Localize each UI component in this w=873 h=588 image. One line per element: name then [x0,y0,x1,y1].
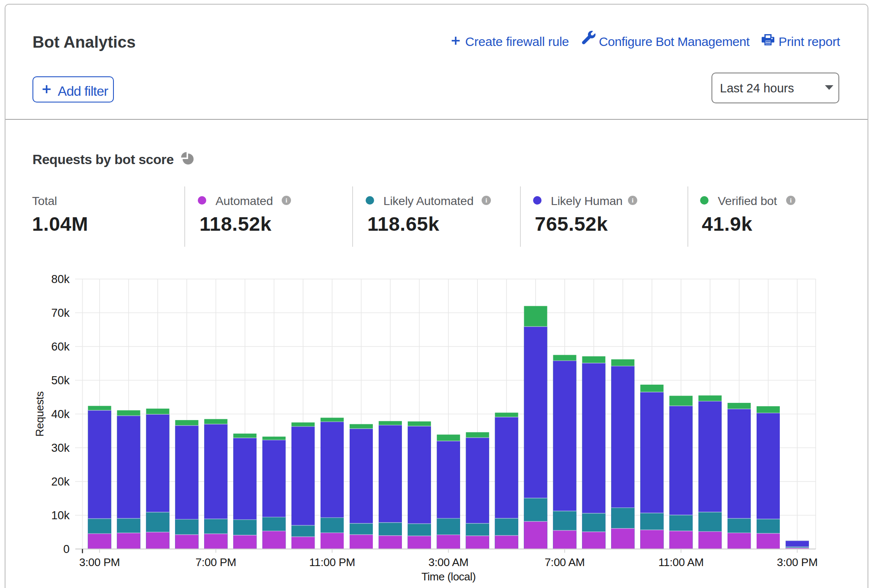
svg-text:50k: 50k [51,374,70,387]
svg-text:10k: 10k [51,509,70,522]
svg-text:3:00 PM: 3:00 PM [79,556,120,569]
svg-text:7:00 PM: 7:00 PM [196,556,237,569]
svg-text:20k: 20k [51,475,70,488]
svg-text:60k: 60k [51,340,70,353]
svg-text:Time (local): Time (local) [421,570,476,583]
svg-text:11:00 AM: 11:00 AM [658,556,704,569]
svg-text:7:00 AM: 7:00 AM [544,556,585,569]
svg-text:40k: 40k [51,408,70,421]
svg-text:30k: 30k [51,442,70,454]
svg-text:70k: 70k [51,307,70,319]
svg-text:80k: 80k [51,273,70,286]
svg-text:11:00 PM: 11:00 PM [309,556,355,569]
svg-text:0: 0 [63,543,70,556]
svg-text:3:00 PM: 3:00 PM [777,556,818,569]
svg-text:Requests: Requests [33,391,46,437]
svg-text:3:00 AM: 3:00 AM [428,556,469,569]
